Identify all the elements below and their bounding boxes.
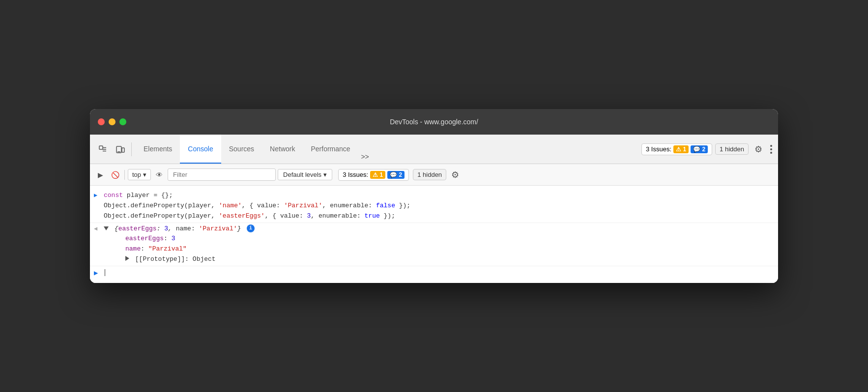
info-badge: 💬 2 <box>691 145 708 153</box>
hidden-button[interactable]: 1 hidden <box>715 143 749 155</box>
expand-arrow-prototype[interactable] <box>125 256 129 261</box>
more-options-button[interactable] <box>768 143 774 156</box>
console-settings-button[interactable]: ⚙ <box>448 168 462 182</box>
window-title: DevTools - www.google.com/ <box>390 118 478 126</box>
run-script-button[interactable]: ▶ <box>94 168 107 181</box>
expand-arrow-object[interactable] <box>104 226 109 230</box>
warning-badge: ⚠ 1 <box>673 145 689 153</box>
toolbar-info-badge: 💬 2 <box>387 171 405 179</box>
console-line-4: {easterEggs: 3, name: 'Parzival'} i <box>104 224 774 234</box>
console-line-1: const player = {}; <box>104 191 774 201</box>
eye-button[interactable]: 👁 <box>153 168 166 181</box>
toolbar-issues-badge[interactable]: 3 Issues: ⚠ 1 💬 2 <box>338 169 409 181</box>
console-prop-easterEggs: easterEggs: 3 <box>104 234 774 244</box>
tab-sources[interactable]: Sources <box>221 135 262 164</box>
console-prop-name: name: "Parzival" <box>104 244 774 254</box>
clear-console-button[interactable]: 🚫 <box>109 168 121 181</box>
console-cursor <box>105 269 105 276</box>
svg-rect-5 <box>122 148 124 152</box>
filter-input[interactable] <box>168 168 276 181</box>
console-toolbar: ▶ 🚫 top ▾ 👁 Default levels ▾ 3 Issues: ⚠… <box>90 164 778 186</box>
levels-dropdown[interactable]: Default levels ▾ <box>278 169 332 180</box>
devtools-panel: Elements Console Sources Network Perform… <box>90 135 778 283</box>
tabs-right: 3 Issues: ⚠ 1 💬 2 1 hidden ⚙ <box>641 142 774 156</box>
traffic-lights <box>98 118 126 125</box>
tabs-list: Elements Console Sources Network Perform… <box>136 135 372 164</box>
object-info-icon[interactable]: i <box>247 224 255 232</box>
console-entry-1: ▶ const player = {}; Object.defineProper… <box>90 190 778 223</box>
tab-elements[interactable]: Elements <box>136 135 180 164</box>
tab-divider <box>131 142 132 156</box>
tab-console[interactable]: Console <box>180 135 221 164</box>
input-prompt: ▶ <box>94 268 98 279</box>
toolbar-hidden-button[interactable]: 1 hidden <box>413 169 446 180</box>
console-entry-2: ◀ {easterEggs: 3, name: 'Parzival'} i ea… <box>90 223 778 266</box>
issues-badge[interactable]: 3 Issues: ⚠ 1 💬 2 <box>641 143 712 155</box>
titlebar: DevTools - www.google.com/ <box>90 109 778 135</box>
settings-button[interactable]: ⚙ <box>752 142 765 156</box>
entry-arrow-1[interactable]: ▶ <box>94 191 97 200</box>
tab-performance[interactable]: Performance <box>303 135 358 164</box>
tabs-bar: Elements Console Sources Network Perform… <box>90 135 778 164</box>
toolbar-warning-badge: ⚠ 1 <box>370 171 385 179</box>
console-output: ▶ const player = {}; Object.defineProper… <box>90 186 778 283</box>
console-input-line[interactable]: ▶ <box>90 266 778 279</box>
console-prop-prototype: [[Prototype]]: Object <box>104 254 774 265</box>
maximize-button[interactable] <box>119 118 126 125</box>
devtools-window: DevTools - www.google.com/ <box>90 109 778 283</box>
entry-arrow-2[interactable]: ◀ <box>94 224 97 234</box>
more-tabs-button[interactable]: >> <box>358 150 372 164</box>
tab-network[interactable]: Network <box>262 135 303 164</box>
inspect-element-button[interactable] <box>95 141 111 157</box>
toolbar-divider <box>124 170 125 180</box>
minimize-button[interactable] <box>109 118 116 125</box>
console-line-3: Object.defineProperty(player, 'easterEgg… <box>104 211 774 222</box>
console-line-2: Object.defineProperty(player, 'name', { … <box>104 201 774 211</box>
device-toggle-button[interactable] <box>113 141 128 157</box>
svg-rect-0 <box>99 146 103 149</box>
close-button[interactable] <box>98 118 105 125</box>
context-dropdown[interactable]: top ▾ <box>128 169 151 180</box>
